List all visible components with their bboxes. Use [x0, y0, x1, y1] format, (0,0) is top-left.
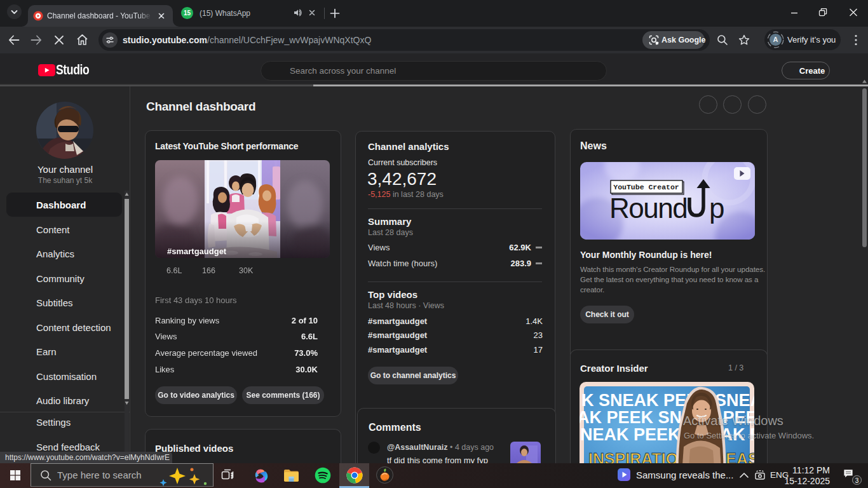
svg-text:K SNEAK PEEK SNEA: K SNEAK PEEK SNEA	[581, 391, 754, 410]
svg-text:YouTube Creator: YouTube Creator	[613, 183, 679, 191]
svg-text:Round: Round	[609, 193, 687, 224]
svg-text:p: p	[709, 193, 724, 224]
